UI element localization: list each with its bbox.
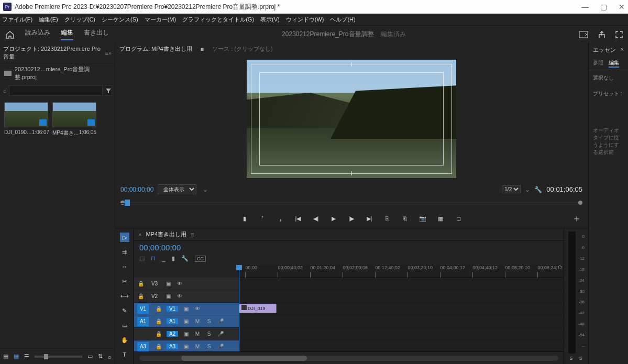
window-close[interactable]: ✕ — [619, 3, 625, 11]
menu-marker[interactable]: マーカー(M) — [145, 16, 177, 24]
project-item[interactable]: DJI_0190…1:06:07 — [4, 102, 48, 137]
menu-graphics[interactable]: グラフィックとタイトル(G) — [182, 16, 254, 24]
lock-icon[interactable]: 🔒 — [137, 293, 145, 299]
essentials-tab-browse[interactable]: 参照 — [593, 59, 603, 68]
solo-icon[interactable]: S — [205, 318, 213, 324]
insert-icon[interactable]: ⬚ — [139, 255, 145, 262]
playhead-handle[interactable] — [125, 200, 130, 206]
sync-lock-icon[interactable]: ▣ — [182, 318, 190, 324]
lock-icon[interactable]: 🔒 — [155, 306, 162, 312]
quick-export-icon[interactable] — [579, 31, 588, 38]
workspace-tab-export[interactable]: 書き出し — [84, 28, 109, 40]
share-icon[interactable] — [598, 31, 606, 38]
list-view-icon[interactable]: ▦ — [14, 353, 19, 360]
eye-icon[interactable]: 👁 — [176, 281, 183, 286]
go-to-in-icon[interactable]: |◀ — [294, 214, 302, 223]
menu-clip[interactable]: クリップ(C) — [64, 16, 95, 24]
button-editor-icon[interactable]: ＋ — [572, 212, 581, 225]
essentials-tab-edit[interactable]: 編集 — [609, 59, 619, 68]
razor-tool-icon[interactable]: ✂ — [120, 277, 129, 286]
filter-icon[interactable] — [105, 85, 112, 96]
solo-right[interactable]: S — [579, 356, 582, 361]
hand-tool-icon[interactable]: ✋ — [120, 335, 129, 345]
sync-lock-icon[interactable]: ▣ — [182, 331, 190, 337]
program-tab[interactable]: プログラム: MP4書き出し用 — [119, 45, 192, 53]
project-search-input[interactable] — [9, 85, 103, 96]
export-frame-icon[interactable]: 📷 — [418, 214, 427, 223]
thumb-zoom-slider[interactable] — [35, 356, 82, 358]
find-icon[interactable]: ⌕ — [108, 354, 112, 360]
zoom-fit-select[interactable]: 全体表示 — [158, 184, 196, 194]
marker-icon[interactable]: ▮ — [172, 255, 175, 262]
ripple-tool-icon[interactable]: ↔ — [120, 262, 129, 271]
lock-icon[interactable]: 🔒 — [155, 331, 162, 337]
panel-chevron-icon[interactable]: » — [108, 50, 112, 56]
tracks-area[interactable]: 00;00 00;00;40;02 00;01;20;04 00;02;00;0… — [134, 265, 564, 351]
lock-icon[interactable]: 🔒 — [137, 281, 145, 286]
eye-icon[interactable]: 👁 — [194, 306, 201, 312]
selection-tool-icon[interactable]: ▷ — [120, 233, 129, 242]
window-maximize[interactable]: ▢ — [600, 3, 607, 11]
time-ruler[interactable]: 00;00 00;00;40;02 00;01;20;04 00;02;00;0… — [239, 265, 564, 278]
rectangle-tool-icon[interactable]: ▭ — [120, 321, 129, 330]
pen-tool-icon[interactable]: ✎ — [120, 306, 129, 315]
panel-close-icon[interactable]: × — [621, 46, 624, 54]
go-to-out-icon[interactable]: ▶| — [365, 214, 373, 223]
icon-view-icon[interactable]: ☰ — [24, 353, 29, 360]
mute-icon[interactable]: M — [194, 331, 201, 337]
project-item[interactable]: MP4書き…1;06;05 — [52, 102, 96, 137]
linked-selection-icon[interactable]: ⎯ — [162, 256, 166, 262]
sync-lock-icon[interactable]: ▣ — [164, 293, 172, 299]
workspace-tab-edit[interactable]: 編集 — [61, 28, 73, 40]
slip-tool-icon[interactable]: ⟷ — [120, 291, 129, 301]
voiceover-icon[interactable]: 🎤 — [217, 344, 224, 349]
project-panel-tab[interactable]: プロジェクト: 20230212Premiere Pro音量 ≡ » — [0, 43, 115, 63]
sync-lock-icon[interactable]: ▣ — [182, 344, 190, 349]
sync-lock-icon[interactable]: ▣ — [182, 306, 190, 312]
menu-edit[interactable]: 編集(E) — [39, 16, 58, 24]
sequence-menu-icon[interactable]: ≡ — [191, 231, 194, 238]
settings-icon[interactable]: 🔧 — [534, 186, 542, 193]
source-patch-a1[interactable]: A1 — [137, 317, 149, 326]
video-clip[interactable]: DJI_019 — [239, 304, 277, 313]
freeform-view-icon[interactable]: ▤ — [3, 353, 8, 360]
timeline-timecode[interactable]: 00;00;00;00 — [134, 241, 564, 254]
comparison-icon[interactable]: ▦ — [436, 214, 445, 223]
proxy-icon[interactable]: ◻ — [454, 214, 462, 223]
sort-icon[interactable]: ⇅ — [98, 353, 103, 360]
step-forward-icon[interactable]: |▶ — [347, 214, 356, 223]
extract-icon[interactable]: ⎗ — [401, 214, 409, 223]
mute-icon[interactable]: M — [194, 344, 201, 349]
eye-icon[interactable]: 👁 — [176, 293, 183, 299]
lock-icon[interactable]: 🔒 — [155, 344, 162, 349]
step-back-icon[interactable]: ◀| — [312, 214, 320, 223]
menu-file[interactable]: ファイル(F) — [2, 16, 32, 24]
program-scrubber[interactable] — [120, 198, 582, 209]
program-timecode-in[interactable]: 00;00;00;00 — [120, 186, 153, 193]
workspace-tab-import[interactable]: 読み込み — [25, 28, 50, 40]
program-menu-icon[interactable]: ≡ — [201, 46, 204, 52]
play-icon[interactable]: ▶ — [329, 214, 338, 223]
mark-out-icon[interactable]: ⸥ — [276, 214, 284, 223]
lift-icon[interactable]: ⎘ — [383, 214, 391, 223]
sync-lock-icon[interactable]: ▣ — [164, 281, 172, 286]
timeline-zoom-scrollbar[interactable] — [139, 356, 558, 361]
source-patch-v1[interactable]: V1 — [137, 304, 149, 314]
source-patch-a3[interactable]: A3 — [137, 342, 149, 351]
solo-left[interactable]: S — [569, 356, 572, 361]
add-marker-icon[interactable]: ▮ — [240, 214, 249, 223]
voiceover-icon[interactable]: 🎤 — [217, 331, 224, 337]
source-tab[interactable]: ソース : (クリップなし) — [212, 45, 273, 53]
solo-icon[interactable]: S — [205, 331, 213, 337]
menu-view[interactable]: 表示(V) — [260, 16, 280, 24]
new-bin-icon[interactable]: ▭ — [87, 353, 93, 360]
sequence-tab[interactable]: MP4書き出し用 — [146, 230, 186, 238]
mute-icon[interactable]: M — [194, 318, 201, 324]
wrench-icon[interactable]: 🔧 — [181, 255, 189, 262]
menu-window[interactable]: ウィンドウ(W) — [286, 16, 324, 24]
voiceover-icon[interactable]: 🎤 — [217, 318, 224, 324]
resolution-select[interactable]: 1/2 — [502, 185, 521, 193]
track-select-tool-icon[interactable]: ⇉ — [120, 247, 129, 257]
solo-icon[interactable]: S — [205, 344, 213, 349]
program-monitor[interactable] — [115, 55, 588, 182]
